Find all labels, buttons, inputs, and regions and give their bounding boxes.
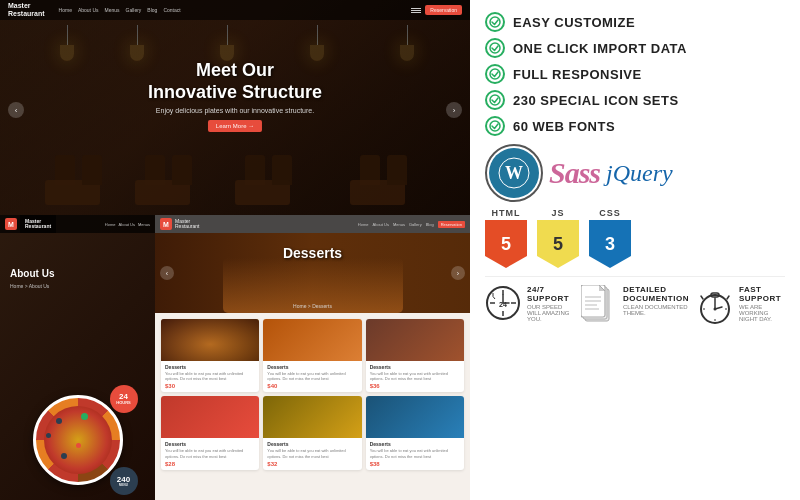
check-icon-3 — [485, 64, 505, 84]
food-desc-2: You will be able to eat you eat with unl… — [267, 371, 357, 381]
lamp-2 — [130, 25, 144, 61]
hero-content: Meet OurInnovative Structure Enjoy delic… — [148, 60, 322, 132]
food-price-6: $38 — [370, 461, 460, 467]
food-card-3[interactable]: Desserts You will be able to eat you eat… — [366, 319, 464, 392]
support-title-1: 24/7 SUPPORT — [527, 285, 573, 303]
support-item-2: DETAILED DOCUMENTION CLEAN DOCUMENTED TH… — [581, 285, 689, 327]
badge-240: 240 MENU — [110, 467, 138, 495]
support-subtitle-1: OUR SPEED WILL AMAZING YOU. — [527, 304, 573, 322]
html5-shield: 5 — [485, 220, 527, 268]
svg-text:W: W — [505, 163, 523, 183]
css3-badge: CSS 3 — [589, 208, 631, 268]
desserts-section: M Master Restaurant Home About Us Menus … — [155, 215, 470, 500]
nav-gallery[interactable]: Gallery — [126, 7, 142, 13]
svg-text:24: 24 — [499, 301, 507, 308]
stopwatch-icon — [697, 285, 733, 325]
chair-4 — [172, 155, 192, 185]
lamp-3 — [220, 25, 234, 61]
food-desc-3: You will be able to eat you eat with unl… — [370, 371, 460, 381]
check-icon-4 — [485, 90, 505, 110]
support-title-3: FAST SUPPORT — [739, 285, 785, 303]
feature-item-5: 60 WEB FONTS — [485, 116, 785, 136]
desserts-reservation-btn[interactable]: Reservation — [438, 221, 465, 228]
hero-subtitle: Enjoy delicious plates with our innovati… — [148, 107, 322, 114]
nav-logo: Master Restaurant — [8, 2, 45, 17]
nav-menus[interactable]: Menus — [105, 7, 120, 13]
js5-number: 5 — [553, 234, 563, 255]
nav-contact[interactable]: Contact — [163, 7, 180, 13]
nav-home[interactable]: Home — [59, 7, 72, 13]
food-desc-6: You will be able to eat you eat with unl… — [370, 448, 460, 458]
food-card-2[interactable]: Desserts You will be able to eat you eat… — [263, 319, 361, 392]
hamburger-icon[interactable] — [411, 8, 421, 13]
feature-label-1: EASY CUSTOMIZE — [513, 15, 635, 30]
html5-number: 5 — [501, 234, 511, 255]
nav-blog[interactable]: Blog — [147, 7, 157, 13]
desserts-prev-arrow[interactable]: ‹ — [160, 266, 174, 280]
about-logo: Master Restaurant — [20, 215, 56, 233]
food-desc-4: You will be able to eat you eat with unl… — [165, 448, 255, 458]
food-name-3: Desserts — [370, 364, 460, 370]
lamp-4 — [310, 25, 324, 61]
food-name-6: Desserts — [370, 441, 460, 447]
food-card-5[interactable]: Desserts You will be able to eat you eat… — [263, 396, 361, 469]
prev-arrow[interactable]: ‹ — [8, 102, 24, 118]
food-name-5: Desserts — [267, 441, 357, 447]
document-icon — [581, 285, 617, 327]
check-icon-2 — [485, 38, 505, 58]
js-label: JS — [551, 208, 564, 218]
support-text-1: 24/7 SUPPORT OUR SPEED WILL AMAZING YOU. — [527, 285, 573, 322]
food-card-4[interactable]: Desserts You will be able to eat you eat… — [161, 396, 259, 469]
food-price-2: $40 — [267, 383, 357, 389]
css3-number: 3 — [605, 234, 615, 255]
next-arrow[interactable]: › — [446, 102, 462, 118]
support-item-1: 24 24/7 SUPPORT OUR SPEED WILL AMAZING Y… — [485, 285, 573, 327]
jquery-logo: jQuery — [606, 161, 673, 185]
reservation-button[interactable]: Reservation — [425, 5, 462, 15]
desserts-next-arrow[interactable]: › — [451, 266, 465, 280]
food-img-4 — [161, 396, 259, 438]
css-label: CSS — [599, 208, 621, 218]
chair-6 — [272, 155, 292, 185]
feature-item-1: EASY CUSTOMIZE — [485, 12, 785, 32]
chair-8 — [387, 155, 407, 185]
pizza-area: 24 HOURS 240 MENU — [28, 390, 128, 490]
support-subtitle-2: CLEAN DOCUMENTED THEME. — [623, 304, 689, 316]
food-grid: Desserts You will be able to eat you eat… — [155, 313, 470, 476]
food-card-6[interactable]: Desserts You will be able to eat you eat… — [366, 396, 464, 469]
check-icon-1 — [485, 12, 505, 32]
learn-more-button[interactable]: Learn More → — [208, 120, 262, 132]
feature-label-3: FULL RESPONSIVE — [513, 67, 642, 82]
tech-badges-row: HTML 5 JS 5 CSS 3 — [485, 208, 785, 268]
nav-about[interactable]: About Us — [78, 7, 99, 13]
nav-links: Home About Us Menus Gallery Blog Contact — [59, 7, 181, 13]
food-card-1[interactable]: Desserts You will be able to eat you eat… — [161, 319, 259, 392]
hero-title: Meet OurInnovative Structure — [148, 60, 322, 103]
food-name-1: Desserts — [165, 364, 255, 370]
support-subtitle-3: WE ARE WORKING NIGHT DAY. — [739, 304, 785, 322]
food-price-5: $32 — [267, 461, 357, 467]
feature-label-5: 60 WEB FONTS — [513, 119, 615, 134]
food-name-4: Desserts — [165, 441, 255, 447]
feature-label-4: 230 SPECIAL ICON SETS — [513, 93, 679, 108]
food-price-1: $30 — [165, 383, 255, 389]
support-row: 24 24/7 SUPPORT OUR SPEED WILL AMAZING Y… — [485, 276, 785, 327]
tech-logos-row: W Sass jQuery — [485, 144, 785, 202]
about-nav: M Master Restaurant Home About Us Menus — [0, 215, 155, 233]
clock-icon: 24 — [485, 285, 521, 321]
svg-point-29 — [713, 308, 716, 311]
support-text-3: FAST SUPPORT WE ARE WORKING NIGHT DAY. — [739, 285, 785, 322]
html-label: HTML — [492, 208, 521, 218]
lamp-1 — [60, 25, 74, 61]
food-price-4: $28 — [165, 461, 255, 467]
food-img-1 — [161, 319, 259, 361]
desserts-logo: Master Restaurant — [175, 219, 199, 230]
desserts-nav: M Master Restaurant Home About Us Menus … — [155, 215, 470, 233]
screen-bottom: M Master Restaurant Home About Us Menus … — [0, 215, 470, 500]
features-list: EASY CUSTOMIZE ONE CLICK IMPORT DATA FUL… — [485, 12, 785, 136]
wordpress-logo: W — [485, 144, 543, 202]
food-img-2 — [263, 319, 361, 361]
js5-shield: 5 — [537, 220, 579, 268]
food-img-3 — [366, 319, 464, 361]
about-section: M Master Restaurant Home About Us Menus … — [0, 215, 155, 500]
